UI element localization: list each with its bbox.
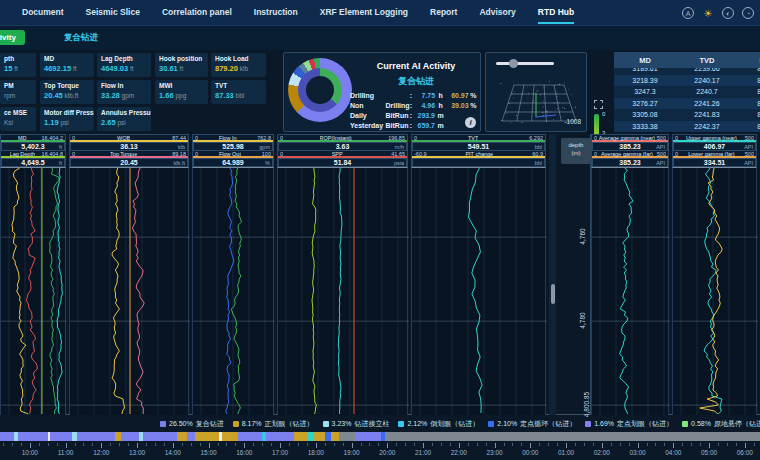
info-icon[interactable]: i (465, 117, 476, 128)
time-tick (691, 443, 692, 446)
nav-item-advisory[interactable]: Advisory (479, 1, 515, 24)
ai-panel-title: Current AI Activity (356, 61, 476, 71)
time-tick (218, 443, 219, 446)
curve-max: 500 (745, 151, 754, 157)
gamma-track-1-body (591, 168, 669, 415)
legend-percent: 3.23% (332, 420, 352, 427)
ai-stat-k2: BitRun (386, 121, 410, 131)
time-tick (244, 443, 245, 448)
tile-value: Ksi (4, 118, 32, 127)
time-tick (709, 443, 710, 448)
tile-value: 33.28 gpm (101, 91, 147, 100)
help-icon[interactable]: ◐ (722, 7, 734, 19)
nav-item-report[interactable]: Report (430, 1, 457, 24)
table-row: 3305.082241.8388.891 (614, 109, 760, 121)
curve-min: 0 (675, 135, 678, 141)
log-track-3-body (192, 168, 274, 415)
depth-scrollbar-handle[interactable] (551, 284, 555, 304)
time-tick (655, 443, 656, 446)
tile-value: 2.65 psi (101, 118, 147, 127)
curve-name-row: 0SPP41.65 (278, 151, 407, 158)
depth-scrollbar[interactable] (549, 134, 556, 415)
time-label: 19:00 (343, 449, 359, 456)
metric-tile-hook-position: Hook position30.61 ft (155, 53, 208, 77)
tile-value-number: 4649.03 (101, 64, 128, 73)
ai-stat-k1: Yesterday (350, 121, 386, 131)
nav-item-seismic-slice[interactable]: Seismic Slice (86, 1, 140, 24)
legend-percent: 0.58% (691, 420, 711, 427)
time-tick (620, 443, 621, 446)
curve-name: SPP (332, 151, 343, 157)
activity-segment (50, 432, 72, 441)
table-cell: 88.89 (738, 111, 760, 118)
time-tick (629, 443, 630, 446)
curve-unit: % (265, 160, 270, 166)
curve-name: Flow In (219, 135, 237, 141)
time-tick (548, 443, 549, 446)
nav-item-instruction[interactable]: Instruction (254, 1, 298, 24)
nav-item-rtd-hub[interactable]: RTD Hub (538, 1, 574, 24)
theme-light-icon[interactable]: ☀ (702, 7, 714, 19)
tile-label: ce MSE (4, 109, 32, 116)
tile-label: MWI (159, 82, 204, 89)
legend-item: 3.23% 钻进接立柱 (323, 419, 390, 429)
curve-value: 20.45 (120, 159, 138, 166)
time-tick (700, 443, 701, 446)
depth-tick-label: 4,760 (579, 229, 586, 245)
table-cell: 3218.39 (614, 77, 676, 84)
time-label: 20:00 (379, 449, 395, 456)
time-tick (557, 443, 558, 446)
curve-unit: ft (59, 144, 62, 150)
log-track-5: 0TVT6,292549.51bbl-60.9PIT change60.9bbl (411, 134, 546, 415)
time-tick (396, 443, 397, 446)
time-tick (352, 443, 353, 448)
tile-value: 20.45 klb.ft (44, 91, 90, 100)
time-tick (253, 443, 254, 446)
table-cell: 88.92 (738, 123, 760, 130)
log-track-3-plot (193, 168, 275, 415)
curve-min: 0 (414, 135, 417, 141)
mesh-depth-label: -1008 (564, 118, 581, 125)
time-tick (387, 443, 388, 448)
curve-value-row: 525.98gpm (193, 142, 273, 151)
time-tick (718, 443, 719, 446)
time-tick (754, 443, 755, 446)
metric-tile-ce-mse: ce MSE Ksi (0, 107, 36, 131)
curve-max: 196.85 (388, 135, 405, 141)
table-header-row: MDTVDINC (614, 52, 760, 68)
ai-stat-row: DailyBitRun:293.9m (350, 111, 478, 121)
activity-segment (385, 432, 760, 441)
expand-icon[interactable] (594, 100, 603, 109)
legend-label: 倒划眼（钻进） (430, 419, 479, 429)
nav-item-xrf-element-logging[interactable]: XRF Element Logging (320, 1, 408, 24)
curve-max: 60.9 (532, 151, 543, 157)
time-tick (414, 443, 415, 446)
curve-name-row: 0TVT6,292 (412, 135, 545, 142)
table-row: 3247.32240.788.921 (614, 86, 760, 98)
table-cell: 3247.3 (614, 88, 676, 95)
ai-activity-button[interactable]: AI Activity (0, 30, 25, 45)
activity-timeline-strip[interactable] (0, 432, 760, 441)
curve-unit: m/h (395, 144, 404, 150)
time-tick (521, 443, 522, 446)
time-label: 11:00 (58, 449, 74, 456)
time-tick (477, 443, 478, 446)
ai-stat-row: YesterdayBitRun:659.7m (350, 121, 478, 131)
nav-item-correlation-panel[interactable]: Correlation panel (162, 1, 232, 24)
curve-name: MD (18, 135, 27, 141)
slider-handle[interactable] (509, 59, 518, 68)
zoom-slider[interactable] (496, 62, 554, 65)
time-tick (343, 443, 344, 446)
ai-assistant-icon[interactable]: A (682, 7, 694, 19)
mode-tab[interactable]: 复合钻进 (64, 32, 98, 44)
tile-value-number: 4692.15 (44, 64, 71, 73)
partial-icon[interactable]: ◔ (742, 7, 754, 19)
tile-value-unit: ft (71, 65, 76, 72)
time-tick (128, 443, 129, 446)
curve-min: 0 (72, 151, 75, 157)
nav-item-document[interactable]: Document (22, 1, 64, 24)
time-tick (664, 443, 665, 446)
time-tick (75, 443, 76, 446)
gamma-track-2: 0Upper gamma (near)500406.97API0Lower ga… (672, 134, 757, 415)
tile-label: Hook position (159, 55, 204, 62)
